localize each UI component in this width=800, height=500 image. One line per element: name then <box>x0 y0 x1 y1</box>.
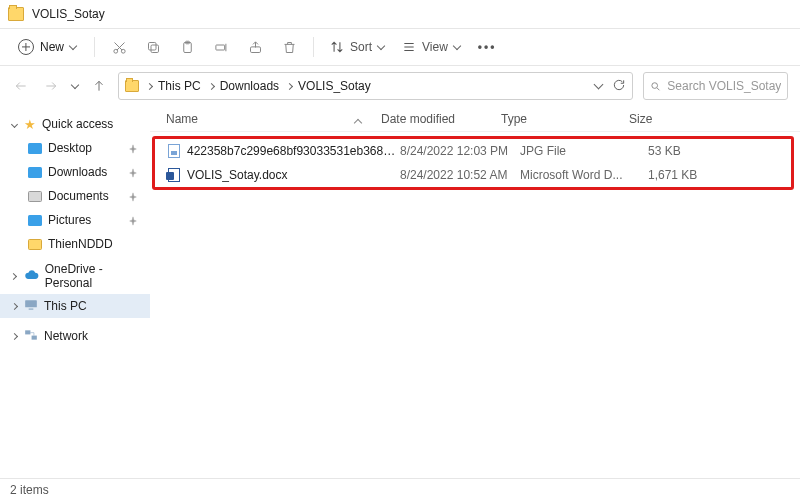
pictures-icon <box>28 215 42 226</box>
address-dropdown-button[interactable] <box>594 80 604 90</box>
address-bar[interactable]: This PC Downloads VOLIS_Sotay <box>118 72 633 100</box>
docx-file-icon <box>167 168 181 182</box>
file-row[interactable]: VOLIS_Sotay.docx 8/24/2022 10:52 AM Micr… <box>155 163 791 187</box>
search-input[interactable] <box>667 79 781 93</box>
sidebar-item-pictures[interactable]: Pictures <box>0 208 150 232</box>
file-name: VOLIS_Sotay.docx <box>187 168 400 182</box>
documents-icon <box>28 191 42 202</box>
chevron-down-icon <box>377 41 385 49</box>
search-icon <box>650 80 661 93</box>
recent-locations-button[interactable] <box>71 80 79 88</box>
chevron-down-icon <box>69 41 77 49</box>
nav-up-button[interactable] <box>90 77 108 95</box>
sidebar-onedrive[interactable]: OneDrive - Personal <box>0 264 150 288</box>
delete-button[interactable] <box>275 33 303 61</box>
breadcrumb-item[interactable]: Downloads <box>207 79 279 93</box>
svg-point-8 <box>652 82 658 88</box>
pin-icon <box>128 191 138 201</box>
star-icon: ★ <box>24 117 36 132</box>
sidebar-label: ThienNDDD <box>48 237 113 251</box>
desktop-icon <box>28 143 42 154</box>
svg-rect-6 <box>215 45 224 50</box>
svg-rect-12 <box>32 335 37 339</box>
cut-button[interactable] <box>105 33 133 61</box>
expand-toggle[interactable] <box>10 272 18 280</box>
svg-rect-2 <box>151 45 159 53</box>
sort-button[interactable]: Sort <box>324 36 390 58</box>
new-button[interactable]: New <box>10 35 84 59</box>
view-label: View <box>422 40 448 54</box>
more-button[interactable]: ••• <box>472 36 503 58</box>
refresh-button[interactable] <box>612 78 626 95</box>
status-text: 2 items <box>10 483 49 497</box>
ellipsis-icon: ••• <box>478 40 497 54</box>
window-title: VOLIS_Sotay <box>32 7 105 21</box>
sidebar-label: OneDrive - Personal <box>45 262 150 290</box>
sidebar-label: Network <box>44 329 88 343</box>
view-button[interactable]: View <box>396 36 466 58</box>
titlebar: VOLIS_Sotay <box>0 0 800 28</box>
col-size[interactable]: Size <box>629 112 719 126</box>
sidebar-label: Quick access <box>42 117 113 131</box>
file-modified: 8/24/2022 12:03 PM <box>400 144 520 158</box>
nav-forward-button[interactable] <box>42 77 60 95</box>
expand-toggle[interactable] <box>10 332 18 340</box>
search-box[interactable] <box>643 72 788 100</box>
divider <box>94 37 95 57</box>
paste-button[interactable] <box>173 33 201 61</box>
expand-toggle[interactable] <box>10 302 18 310</box>
svg-rect-7 <box>250 46 260 52</box>
file-row[interactable]: 422358b7c299e68bf93033531eb368b7.jpg 8/2… <box>155 139 791 163</box>
sort-indicator-icon <box>354 118 362 126</box>
sidebar-label: Desktop <box>48 141 92 155</box>
new-label: New <box>40 40 64 54</box>
sidebar-network[interactable]: Network <box>0 324 150 348</box>
column-headers: Name Date modified Type Size <box>150 106 800 132</box>
folder-icon <box>28 239 42 250</box>
col-date-modified[interactable]: Date modified <box>381 112 501 126</box>
share-button[interactable] <box>241 33 269 61</box>
divider <box>313 37 314 57</box>
jpg-file-icon <box>167 144 181 158</box>
folder-icon <box>125 80 139 92</box>
sidebar-this-pc[interactable]: This PC <box>0 294 150 318</box>
sort-label: Sort <box>350 40 372 54</box>
pin-icon <box>128 167 138 177</box>
sidebar-item-downloads[interactable]: Downloads <box>0 160 150 184</box>
col-type[interactable]: Type <box>501 112 629 126</box>
chevron-down-icon <box>453 41 461 49</box>
sidebar-quick-access[interactable]: ★ Quick access <box>0 112 150 136</box>
status-bar: 2 items <box>0 478 800 500</box>
nav-sidebar: ★ Quick access Desktop Downloads Documen… <box>0 106 150 478</box>
sidebar-item-desktop[interactable]: Desktop <box>0 136 150 160</box>
svg-rect-9 <box>25 300 37 307</box>
network-icon <box>24 329 38 344</box>
svg-rect-11 <box>25 330 30 334</box>
file-modified: 8/24/2022 10:52 AM <box>400 168 520 182</box>
file-type: Microsoft Word D... <box>520 168 648 182</box>
breadcrumb-item[interactable]: This PC <box>145 79 201 93</box>
file-type: JPG File <box>520 144 648 158</box>
plus-icon <box>18 39 34 55</box>
cloud-icon <box>24 269 39 283</box>
breadcrumb-item[interactable]: VOLIS_Sotay <box>285 79 371 93</box>
sidebar-label: Pictures <box>48 213 91 227</box>
copy-button[interactable] <box>139 33 167 61</box>
nav-back-button[interactable] <box>12 77 30 95</box>
rename-button[interactable] <box>207 33 235 61</box>
file-list-pane: Name Date modified Type Size 422358b7c29… <box>150 106 800 478</box>
command-bar: New Sort View ••• <box>0 28 800 66</box>
expand-toggle[interactable] <box>10 120 18 128</box>
sidebar-item-thiennddd[interactable]: ThienNDDD <box>0 232 150 256</box>
downloads-icon <box>28 167 42 178</box>
file-name: 422358b7c299e68bf93033531eb368b7.jpg <box>187 144 400 158</box>
col-name[interactable]: Name <box>166 112 381 126</box>
svg-rect-10 <box>29 308 34 309</box>
sidebar-label: This PC <box>44 299 87 313</box>
highlight-box: 422358b7c299e68bf93033531eb368b7.jpg 8/2… <box>152 136 794 190</box>
sidebar-item-documents[interactable]: Documents <box>0 184 150 208</box>
svg-rect-3 <box>148 42 156 50</box>
pin-icon <box>128 143 138 153</box>
sidebar-label: Downloads <box>48 165 107 179</box>
folder-icon <box>8 7 24 21</box>
